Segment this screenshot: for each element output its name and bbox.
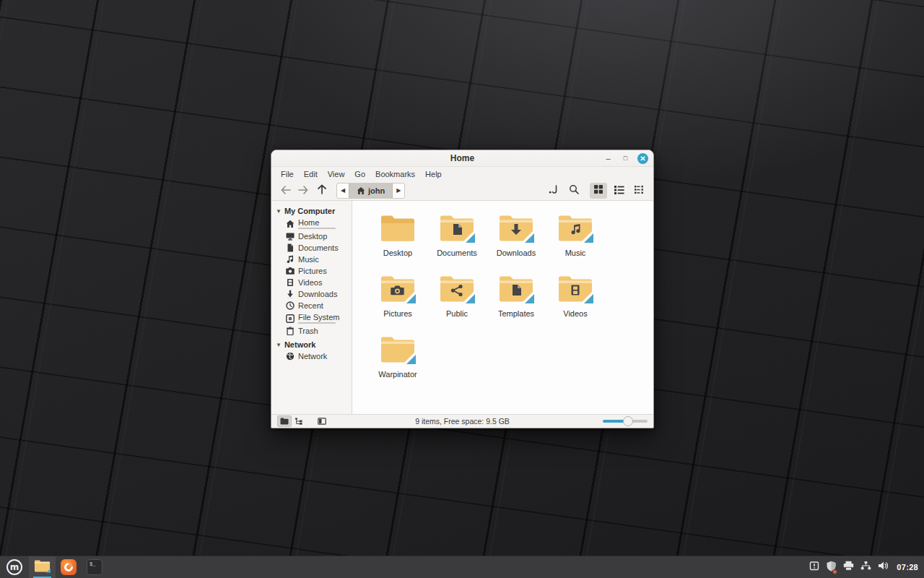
home-icon	[286, 220, 295, 228]
grid-view-button[interactable]	[590, 183, 607, 199]
file-item-templates[interactable]: Templates	[487, 269, 546, 329]
sidebar-item-pictures[interactable]: Pictures	[271, 265, 352, 277]
downloads-icon	[286, 290, 295, 298]
statusbar: 9 items, Free space: 9.5 GB	[271, 414, 653, 428]
expander-icon[interactable]: ▼	[276, 208, 282, 215]
sidebar-section-network[interactable]: ▼ Network	[271, 339, 352, 350]
menu-view[interactable]: View	[323, 168, 349, 180]
mint-menu-button[interactable]: m	[0, 556, 29, 578]
sidebar-item-trash[interactable]: Trash	[271, 325, 352, 337]
file-item-warpinator[interactable]: Warpinator	[368, 329, 427, 390]
menu-help[interactable]: Help	[421, 168, 446, 180]
update-badge	[832, 569, 837, 574]
back-icon	[281, 184, 291, 197]
titlebar[interactable]: Home – □ ✕	[271, 150, 653, 167]
recent-icon	[286, 301, 295, 310]
file-item-desktop[interactable]: Desktop	[368, 208, 427, 269]
menu-file[interactable]: File	[276, 168, 298, 180]
zoom-slider-handle[interactable]	[623, 416, 633, 426]
system-tray: 07:28	[809, 556, 924, 578]
up-icon	[318, 184, 326, 197]
desktop-icon	[286, 232, 295, 241]
forward-icon	[298, 184, 308, 197]
home-icon	[357, 186, 365, 195]
breadcrumb-label: john	[368, 186, 385, 195]
location-entry-icon	[549, 184, 559, 197]
path-scroll-left[interactable]: ◀	[337, 184, 349, 198]
zoom-slider[interactable]	[603, 420, 648, 423]
sidebar-section-my-computer[interactable]: ▼ My Computer	[271, 205, 352, 217]
menubar: File Edit View Go Bookmarks Help	[271, 167, 653, 181]
sidebar-item-filesystem[interactable]: File System	[271, 311, 352, 325]
forward-button[interactable]	[295, 183, 312, 199]
filesystem-icon	[286, 314, 295, 323]
search-button[interactable]	[565, 183, 583, 199]
file-item-public[interactable]: Public	[427, 269, 487, 329]
sidebar-item-downloads[interactable]: Downloads	[271, 288, 352, 300]
expander-icon[interactable]: ▼	[276, 342, 282, 348]
file-item-downloads[interactable]: Downloads	[487, 208, 546, 269]
clock[interactable]: 07:28	[895, 563, 918, 571]
file-item-videos[interactable]: Videos	[546, 269, 605, 329]
music-icon	[286, 255, 295, 264]
close-button[interactable]: ✕	[637, 153, 648, 164]
file-manager-window: Home – □ ✕ File Edit View Go Bookmarks H…	[271, 150, 654, 428]
back-button[interactable]	[277, 183, 295, 199]
location-entry-button[interactable]	[545, 183, 562, 199]
shield-icon[interactable]	[826, 561, 837, 574]
sidebar-item-music[interactable]: Music	[271, 254, 352, 265]
update-manager-icon[interactable]	[809, 561, 819, 574]
sidebar-item-desktop[interactable]: Desktop	[271, 230, 352, 242]
taskbar-terminal-button[interactable]: $_	[82, 556, 108, 578]
folder-public-icon	[439, 273, 475, 306]
status-text: 9 items, Free space: 9.5 GB	[271, 417, 653, 426]
breadcrumb-john-button[interactable]: john	[349, 184, 393, 198]
taskbar-files-button[interactable]	[29, 556, 56, 578]
folder-warpinator-icon	[380, 334, 416, 367]
sidebar-item-network[interactable]: Network	[271, 350, 352, 362]
sidebar-item-recent[interactable]: Recent	[271, 300, 352, 311]
maximize-button[interactable]: □	[620, 153, 631, 164]
breadcrumb: ◀ john ▶	[336, 183, 405, 199]
menu-bookmarks[interactable]: Bookmarks	[371, 168, 419, 180]
folder-pictures-icon	[380, 273, 416, 306]
grid-view-icon	[593, 184, 603, 197]
pictures-icon	[286, 267, 295, 275]
folder-downloads-icon	[498, 212, 534, 246]
folder-videos-icon	[557, 273, 593, 306]
printer-icon[interactable]	[843, 561, 854, 574]
menu-go[interactable]: Go	[350, 168, 370, 180]
folder-desktop-icon	[380, 212, 416, 246]
sidebar-item-documents[interactable]: Documents	[271, 242, 352, 254]
sidebar-item-home[interactable]: Home	[271, 217, 352, 230]
minimize-button[interactable]: –	[603, 153, 614, 164]
up-button[interactable]	[313, 183, 331, 199]
firefox-icon	[61, 559, 77, 575]
folder-documents-icon	[439, 212, 475, 246]
documents-icon	[286, 243, 295, 252]
path-scroll-right[interactable]: ▶	[393, 184, 404, 198]
file-item-music[interactable]: Music	[546, 208, 605, 269]
taskbar: m $_ 07:28	[0, 556, 924, 578]
menu-edit[interactable]: Edit	[300, 168, 322, 180]
mint-menu-icon: m	[6, 559, 22, 575]
list-view-button[interactable]	[610, 183, 627, 199]
disk-usage-bar	[298, 228, 336, 229]
compact-view-button[interactable]	[630, 183, 648, 199]
taskbar-firefox-button[interactable]	[56, 556, 82, 578]
folder-music-icon	[557, 212, 593, 246]
search-icon	[569, 184, 579, 197]
window-title: Home	[271, 153, 653, 163]
sidebar: ▼ My Computer Home Desktop Documents	[271, 201, 352, 414]
network-icon	[286, 352, 295, 361]
volume-icon[interactable]	[878, 561, 889, 574]
toolbar: ◀ john ▶	[271, 181, 653, 201]
folder-templates-icon	[498, 273, 534, 306]
disk-usage-bar	[298, 322, 336, 324]
file-item-documents[interactable]: Documents	[427, 208, 487, 269]
files-icon	[34, 558, 51, 576]
file-grid[interactable]: Desktop Documents	[352, 201, 653, 414]
network-tray-icon[interactable]	[860, 561, 871, 574]
file-item-pictures[interactable]: Pictures	[368, 269, 427, 329]
sidebar-item-videos[interactable]: Videos	[271, 277, 352, 288]
